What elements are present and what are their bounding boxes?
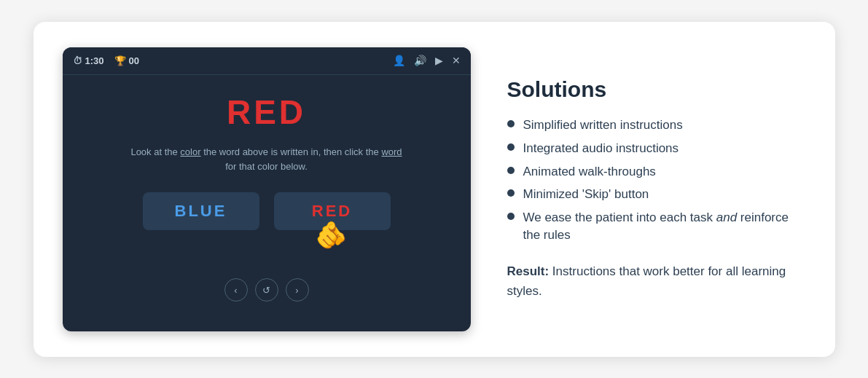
solutions-list: Simplified written instructions Integrat…: [507, 117, 806, 244]
result-text: Result: Instructions that work better fo…: [507, 261, 806, 301]
item-label: Integrated audio instructions: [523, 140, 679, 157]
users-icon[interactable]: 👤: [393, 55, 405, 66]
score-value: 00: [129, 55, 139, 66]
blue-button[interactable]: BLUE: [143, 192, 259, 230]
list-item: Integrated audio instructions: [507, 140, 806, 157]
list-item: Minimized 'Skip' button: [507, 186, 806, 203]
timer-item: ⏱ 1:30: [73, 55, 104, 66]
game-nav: ‹ ↺ ›: [224, 278, 309, 313]
stroop-word: RED: [227, 92, 306, 132]
refresh-button[interactable]: ↺: [255, 278, 278, 302]
list-item: Animated walk-throughs: [507, 163, 806, 181]
timer-icon: ⏱: [73, 55, 82, 66]
list-item: We ease the patient into each task and r…: [507, 209, 806, 244]
result-description: Instructions that work better for all le…: [507, 264, 786, 298]
hand-cursor-icon: 🫵: [315, 220, 350, 251]
solutions-title: Solutions: [507, 77, 806, 102]
timer-value: 1:30: [85, 55, 104, 66]
stroop-instruction: Look at the color the word above is writ…: [128, 145, 405, 173]
close-icon[interactable]: ✕: [452, 55, 461, 66]
topbar-right: 👤 🔊 ▶ ✕: [393, 55, 461, 66]
list-item: Simplified written instructions: [507, 117, 806, 134]
item-label: Animated walk-throughs: [523, 163, 656, 181]
main-card: ⏱ 1:30 🏆 00 👤 🔊 ▶ ✕ RED Look at the colo…: [34, 22, 835, 357]
item-label: Minimized 'Skip' button: [523, 186, 649, 203]
item-label: Simplified written instructions: [523, 117, 683, 134]
next-button[interactable]: ›: [286, 278, 309, 302]
audio-icon[interactable]: 🔊: [414, 55, 426, 66]
solutions-panel: Solutions Simplified written instruction…: [507, 77, 806, 301]
play-icon[interactable]: ▶: [435, 55, 443, 66]
trophy-icon: 🏆: [114, 55, 126, 66]
item-label: We ease the patient into each task and r…: [523, 209, 806, 244]
prev-button[interactable]: ‹: [224, 278, 248, 302]
game-screenshot: ⏱ 1:30 🏆 00 👤 🔊 ▶ ✕ RED Look at the colo…: [63, 47, 471, 331]
bullet-icon: [507, 120, 515, 127]
game-topbar: ⏱ 1:30 🏆 00 👤 🔊 ▶ ✕: [63, 47, 471, 75]
score-item: 🏆 00: [114, 55, 139, 66]
game-content: RED Look at the color the word above is …: [63, 75, 471, 331]
bullet-icon: [507, 213, 515, 220]
red-button[interactable]: RED 🫵: [274, 192, 391, 230]
bullet-icon: [507, 167, 515, 174]
bullet-icon: [507, 143, 515, 151]
bullet-icon: [507, 189, 515, 197]
stroop-buttons: BLUE RED 🫵: [143, 192, 391, 230]
result-label: Result:: [507, 264, 550, 278]
topbar-left: ⏱ 1:30 🏆 00: [73, 55, 140, 66]
